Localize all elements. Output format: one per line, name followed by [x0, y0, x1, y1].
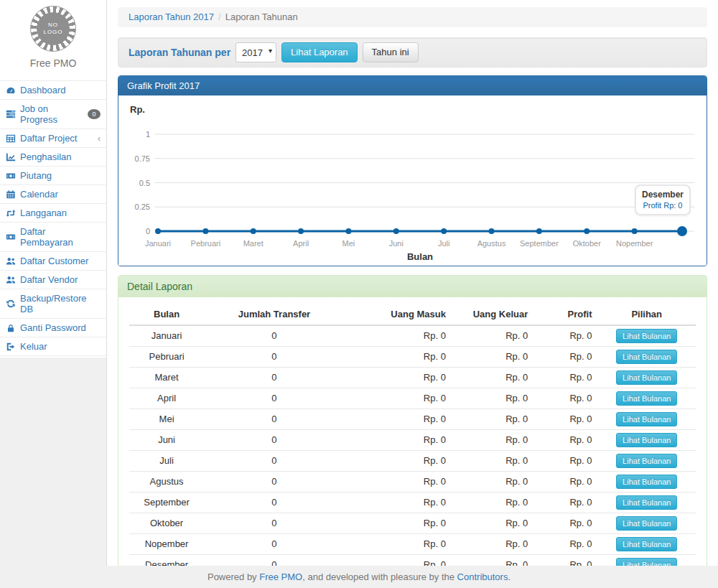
- sidebar-item-label: Daftar Customer: [20, 256, 88, 266]
- y-tick-label: 0.5: [139, 179, 150, 187]
- cell-profit: Rp. 0: [533, 388, 597, 409]
- this-year-button[interactable]: Tahun ini: [363, 42, 419, 62]
- cell-bulan: Maret: [129, 368, 204, 388]
- cell-bulan: Oktober: [129, 513, 204, 534]
- footer-text-prefix: Powered by: [208, 571, 257, 582]
- cell-jumlah-transfer: 0: [204, 325, 345, 347]
- breadcrumb-parent-link[interactable]: Laporan Tahun 2017: [129, 11, 214, 22]
- sidebar-item-label: Ganti Password: [20, 322, 86, 333]
- lihat-bulanan-button-april[interactable]: Lihat Bulanan: [616, 391, 677, 406]
- y-axis-label: Rp.: [130, 104, 145, 115]
- cell-jumlah-transfer: 0: [204, 409, 345, 430]
- cell-uang-keluar: Rp. 0: [452, 368, 533, 388]
- cell-uang-masuk: Rp. 0: [345, 493, 452, 513]
- lihat-bulanan-button-nopember[interactable]: Lihat Bulanan: [616, 537, 677, 551]
- cell-profit: Rp. 0: [533, 409, 597, 430]
- cell-bulan: Mei: [129, 409, 204, 430]
- sidebar-item-label: Daftar Vendor: [20, 274, 78, 285]
- sidebar-item-label: Backup/Restore DB: [20, 293, 101, 314]
- cell-profit: Rp. 0: [533, 493, 597, 513]
- cell-bulan: Nopember: [129, 534, 204, 555]
- calendar-icon: [6, 190, 16, 200]
- lihat-bulanan-button-oktober[interactable]: Lihat Bulanan: [616, 516, 677, 531]
- sidebar-item-langganan[interactable]: Langganan: [0, 204, 106, 223]
- x-tick-label: Pebruari: [191, 239, 221, 248]
- cell-bulan: Juni: [129, 430, 204, 451]
- chart-point-maret[interactable]: [251, 228, 256, 234]
- chart-point-agustus[interactable]: [489, 228, 495, 234]
- sidebar-item-label: Dashboard: [20, 85, 66, 95]
- cell-pilihan: Lihat Bulanan: [597, 534, 696, 555]
- sidebar-item-job-on-progress[interactable]: Job on Progress0: [0, 100, 106, 129]
- year-select[interactable]: 2017: [236, 42, 276, 62]
- lihat-bulanan-button-januari[interactable]: Lihat Bulanan: [616, 329, 677, 343]
- cell-uang-masuk: Rp. 0: [345, 472, 452, 493]
- footer-app-link[interactable]: Free PMO: [259, 571, 302, 582]
- chart-point-nopember[interactable]: [632, 228, 638, 234]
- cell-jumlah-transfer: 0: [204, 472, 345, 493]
- chart-point-oktober[interactable]: [584, 228, 589, 234]
- table-row-nopember: Nopember0Rp. 0Rp. 0Rp. 0Lihat Bulanan: [129, 534, 696, 555]
- sidebar-item-daftar-customer[interactable]: Daftar Customer: [0, 252, 106, 271]
- sidebar-item-dashboard[interactable]: Dashboard: [0, 81, 106, 100]
- lihat-bulanan-button-september[interactable]: Lihat Bulanan: [616, 495, 677, 510]
- lihat-bulanan-button-juni[interactable]: Lihat Bulanan: [616, 433, 677, 447]
- app-window: Laporan Tahun 2017/Laporan Tahunan Lapor…: [0, 0, 718, 588]
- chart-point-pebruari[interactable]: [202, 228, 208, 234]
- sidebar-item-backup-restore-db[interactable]: Backup/Restore DB: [0, 289, 106, 319]
- sidebar-item-calendar[interactable]: Calendar: [0, 185, 106, 204]
- footer-text-middle: , and developed with pleasure by the: [302, 571, 454, 582]
- sidebar-item-keluar[interactable]: Keluar: [0, 337, 106, 356]
- sidebar-item-ganti-password[interactable]: Ganti Password: [0, 319, 106, 337]
- tooltip-value: Profit Rp: 0: [642, 200, 684, 211]
- cell-uang-masuk: Rp. 0: [345, 325, 452, 347]
- table-row-april: April0Rp. 0Rp. 0Rp. 0Lihat Bulanan: [129, 388, 696, 409]
- view-report-button[interactable]: Lihat Laporan: [281, 42, 358, 62]
- lihat-bulanan-button-pebruari[interactable]: Lihat Bulanan: [616, 350, 677, 364]
- cell-jumlah-transfer: 0: [204, 493, 345, 513]
- lihat-bulanan-button-mei[interactable]: Lihat Bulanan: [616, 412, 677, 426]
- main-content: Laporan Tahun 2017/Laporan Tahunan Lapor…: [106, 0, 718, 566]
- year-select-wrap: 2017: [236, 42, 276, 62]
- breadcrumb-separator: /: [218, 11, 221, 22]
- table-row-pebruari: Pebruari0Rp. 0Rp. 0Rp. 0Lihat Bulanan: [129, 347, 696, 368]
- footer-contributors-link[interactable]: Contributors.: [457, 571, 510, 582]
- sidebar-item-piutang[interactable]: Piutang: [0, 167, 106, 185]
- lihat-bulanan-button-juli[interactable]: Lihat Bulanan: [616, 454, 677, 468]
- lihat-bulanan-button-agustus[interactable]: Lihat Bulanan: [616, 475, 677, 489]
- chart-point-januari[interactable]: [155, 228, 161, 234]
- chart-point-desember[interactable]: [677, 226, 687, 236]
- users-icon: [6, 275, 16, 285]
- sidebar-item-label: Keluar: [20, 341, 47, 352]
- lihat-bulanan-button-maret[interactable]: Lihat Bulanan: [616, 370, 677, 385]
- breadcrumb: Laporan Tahun 2017/Laporan Tahunan: [118, 7, 707, 27]
- cell-uang-masuk: Rp. 0: [345, 368, 452, 388]
- cell-bulan: Agustus: [129, 472, 204, 493]
- cell-pilihan: Lihat Bulanan: [597, 451, 696, 472]
- cell-profit: Rp. 0: [533, 325, 597, 347]
- dashboard-icon: [6, 85, 16, 95]
- sidebar-item-daftar-project[interactable]: Daftar Project‹: [0, 129, 106, 148]
- sidebar-item-penghasilan[interactable]: Penghasilan: [0, 148, 106, 167]
- cell-jumlah-transfer: 0: [204, 368, 345, 388]
- profit-line-chart: Rp.10.750.50.250JanuariPebruariMaretApri…: [126, 101, 699, 263]
- tooltip-title: Desember: [642, 189, 684, 200]
- cell-pilihan: Lihat Bulanan: [597, 493, 696, 513]
- breadcrumb-current: Laporan Tahunan: [225, 11, 298, 22]
- chart-point-juni[interactable]: [393, 228, 399, 234]
- count-badge: 0: [88, 109, 101, 119]
- column-header-uang-masuk: Uang Masuk: [345, 304, 452, 325]
- table-header-row: BulanJumlah TransferUang MasukUang Kelua…: [129, 304, 696, 325]
- table-row-maret: Maret0Rp. 0Rp. 0Rp. 0Lihat Bulanan: [129, 368, 696, 388]
- sidebar-item-daftar-vendor[interactable]: Daftar Vendor: [0, 271, 106, 289]
- chart-point-september[interactable]: [536, 228, 542, 234]
- chart-point-juli[interactable]: [441, 228, 447, 234]
- x-tick-label: Juli: [438, 239, 450, 248]
- sidebar-item-daftar-pembayaran[interactable]: Daftar Pembayaran: [0, 223, 106, 252]
- cell-uang-masuk: Rp. 0: [345, 409, 452, 430]
- chart-point-mei[interactable]: [345, 228, 351, 234]
- sidebar-item-label: Penghasilan: [20, 151, 72, 162]
- chart-area: Rp.10.750.50.250JanuariPebruariMaretApri…: [118, 95, 707, 266]
- table-row-september: September0Rp. 0Rp. 0Rp. 0Lihat Bulanan: [129, 493, 696, 513]
- chart-point-april[interactable]: [298, 228, 304, 234]
